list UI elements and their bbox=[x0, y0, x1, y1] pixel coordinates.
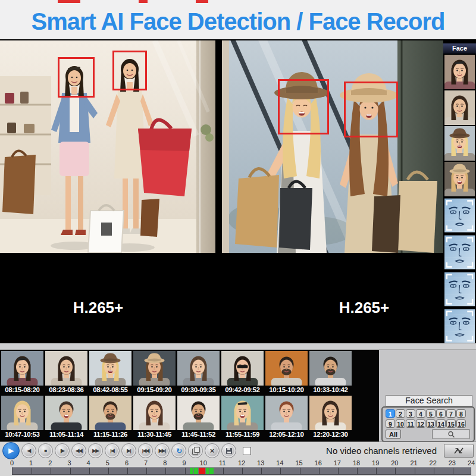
channel-button-16[interactable]: 16 bbox=[456, 419, 466, 428]
channel-button-4[interactable]: 4 bbox=[416, 409, 425, 418]
timeline-record-segment bbox=[190, 468, 193, 474]
frame-play-button[interactable]: |▶ bbox=[55, 443, 70, 458]
detection-time-label: 11:30-11:45 bbox=[133, 430, 176, 439]
timeline-hour-label: 17 bbox=[333, 459, 342, 466]
copy-icon bbox=[194, 447, 200, 453]
search-button[interactable] bbox=[432, 429, 470, 439]
detection-thumb[interactable]: 10:15-10:20 bbox=[265, 351, 308, 394]
detection-thumb[interactable]: 11:45-11:52 bbox=[177, 396, 220, 439]
channel-button-15[interactable]: 15 bbox=[446, 419, 456, 428]
channel-button-11[interactable]: 11 bbox=[406, 419, 415, 428]
timeline-tick bbox=[300, 468, 300, 474]
face-photo-thumb[interactable] bbox=[444, 126, 475, 161]
timeline-hour-label: 15 bbox=[295, 459, 304, 466]
timeline-hour-label: 19 bbox=[371, 459, 380, 466]
timeline-hour-label: 6 bbox=[122, 459, 131, 466]
detection-thumb[interactable]: 08:15-08:20 bbox=[1, 351, 43, 394]
timeline-hour-label: 23 bbox=[447, 459, 457, 466]
detection-time-label: 09:15-09:20 bbox=[133, 386, 176, 394]
skip-end-button[interactable]: ▶▶| bbox=[155, 443, 170, 458]
detection-thumb[interactable]: 11:55-11:59 bbox=[221, 396, 264, 439]
detection-time-label: 11:45-11:52 bbox=[177, 430, 220, 439]
face-detection-box bbox=[112, 51, 147, 90]
detection-face-image bbox=[177, 396, 220, 430]
timeline-hour-label: 8 bbox=[160, 459, 170, 466]
previous-button[interactable]: |◀ bbox=[105, 443, 120, 458]
channel-button-6[interactable]: 6 bbox=[436, 409, 446, 418]
cut-button[interactable]: × bbox=[205, 443, 220, 458]
all-channels-button[interactable]: All bbox=[386, 430, 401, 439]
channel-button-1[interactable]: 1 bbox=[386, 409, 395, 418]
channel-button-3[interactable]: 3 bbox=[406, 409, 415, 418]
top-edge-artifact bbox=[139, 0, 148, 3]
detection-thumb[interactable]: 10:47-10:53 bbox=[1, 396, 43, 439]
timeline-tick bbox=[415, 468, 415, 474]
detection-face-image bbox=[265, 351, 308, 386]
timeline-tick bbox=[185, 468, 186, 474]
detection-thumb[interactable]: 11:30-11:45 bbox=[133, 396, 176, 439]
timeline-hour-label: 13 bbox=[256, 459, 265, 466]
playback-checkbox[interactable] bbox=[243, 447, 251, 455]
camera-view-left[interactable] bbox=[0, 40, 215, 253]
face-detection-box bbox=[278, 79, 329, 134]
detection-face-image bbox=[89, 351, 131, 386]
channel-button-9[interactable]: 9 bbox=[386, 419, 395, 428]
detection-row-2: 10:47-10:5311:05-11:1411:15-11:2611:30-1… bbox=[0, 394, 379, 439]
reverse-play-button[interactable]: ◀ bbox=[21, 443, 36, 458]
camera-view-right[interactable] bbox=[222, 40, 443, 253]
detection-thumb[interactable]: 08:23-08:36 bbox=[45, 351, 87, 394]
save-button[interactable] bbox=[221, 443, 236, 458]
detection-thumb[interactable]: 08:42-08:55 bbox=[89, 351, 131, 394]
timeline-hour-label: 7 bbox=[141, 459, 151, 466]
detection-thumb[interactable]: 11:05-11:14 bbox=[45, 396, 87, 439]
loop-button[interactable]: ↻ bbox=[171, 443, 186, 458]
detection-results-panel: 08:15-08:2008:23-08:3608:42-08:5509:15-0… bbox=[0, 350, 379, 441]
detection-time-label: 08:23-08:36 bbox=[45, 386, 87, 394]
detection-thumb[interactable]: 09:30-09:35 bbox=[177, 351, 220, 394]
channel-button-7[interactable]: 7 bbox=[446, 409, 456, 418]
face-scan-thumb[interactable] bbox=[444, 198, 475, 233]
face-scan-thumb[interactable] bbox=[444, 308, 475, 344]
channel-button-5[interactable]: 5 bbox=[426, 409, 436, 418]
channel-button-2[interactable]: 2 bbox=[396, 409, 405, 418]
timeline-tick bbox=[108, 468, 109, 474]
stop-button[interactable]: ■ bbox=[38, 443, 53, 458]
detection-face-image bbox=[221, 396, 264, 430]
timeline-bar[interactable] bbox=[12, 467, 471, 475]
detection-time-label: 10:47-10:53 bbox=[1, 430, 43, 439]
channel-button-8[interactable]: 8 bbox=[456, 409, 466, 418]
detection-row-1: 08:15-08:2008:23-08:3608:42-08:5509:15-0… bbox=[0, 350, 379, 394]
channel-button-12[interactable]: 12 bbox=[416, 419, 425, 428]
play-button[interactable]: ▶ bbox=[2, 442, 20, 459]
timeline-hour-label: 18 bbox=[352, 459, 361, 466]
next-button[interactable]: ▶| bbox=[121, 443, 136, 458]
face-photo-thumb[interactable] bbox=[444, 162, 475, 196]
detection-thumb[interactable]: 09:15-09:20 bbox=[133, 351, 176, 394]
face-sidebar-header: Face bbox=[443, 43, 476, 54]
face-photo-thumb[interactable] bbox=[444, 55, 475, 89]
face-photo-thumb[interactable] bbox=[444, 90, 475, 125]
face-sidebar: Face bbox=[443, 43, 476, 345]
face-scan-thumb[interactable] bbox=[444, 234, 475, 270]
detection-face-image bbox=[1, 396, 43, 430]
timeline-hour-label: 2 bbox=[45, 459, 55, 466]
detection-thumb[interactable]: 09:42-09:52 bbox=[221, 351, 264, 394]
timeline-record-segment bbox=[199, 468, 206, 474]
timeline-record-segment bbox=[206, 468, 209, 474]
timeline-tick bbox=[223, 468, 224, 474]
fast-forward-button[interactable]: ▶▶ bbox=[88, 443, 103, 458]
detection-thumb[interactable]: 10:33-10:42 bbox=[309, 351, 352, 394]
right-camera-scene bbox=[222, 40, 443, 253]
copy-button[interactable] bbox=[188, 443, 203, 458]
channel-button-10[interactable]: 10 bbox=[396, 419, 405, 428]
timeline-tick bbox=[453, 468, 453, 474]
skip-start-button[interactable]: |◀◀ bbox=[138, 443, 153, 458]
detection-thumb[interactable]: 12:05-12:10 bbox=[265, 396, 308, 439]
face-scan-thumb[interactable] bbox=[444, 271, 475, 307]
detection-thumb[interactable]: 12:20-12:30 bbox=[309, 396, 352, 439]
refresh-channels-button[interactable] bbox=[444, 444, 474, 458]
channel-button-14[interactable]: 14 bbox=[436, 419, 446, 428]
detection-thumb[interactable]: 11:15-11:26 bbox=[89, 396, 131, 439]
channel-button-13[interactable]: 13 bbox=[426, 419, 436, 428]
rewind-button[interactable]: ◀◀ bbox=[71, 443, 86, 458]
